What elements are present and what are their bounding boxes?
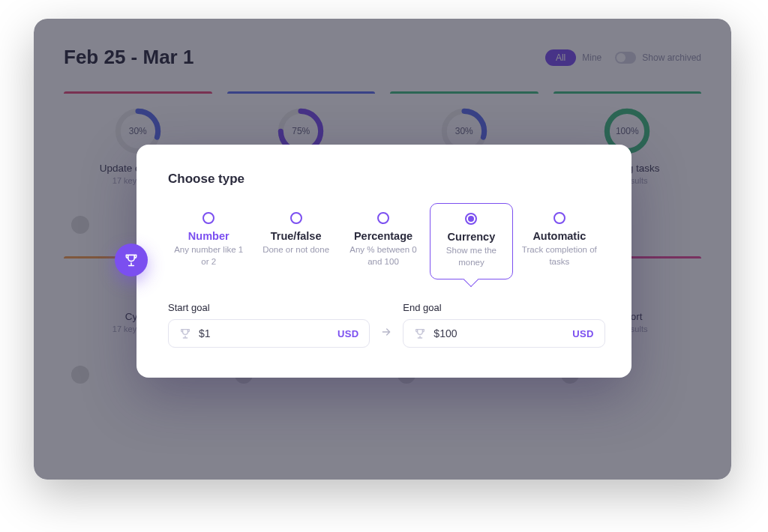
avatar (71, 216, 89, 234)
toggle-switch[interactable] (615, 52, 636, 64)
type-name: True/false (258, 230, 333, 242)
filter-segment[interactable]: All Mine (545, 49, 602, 66)
date-range: Feb 25 - Mar 1 (64, 46, 194, 69)
type-option-currency[interactable]: Currency Show me the money (430, 203, 512, 279)
header-controls: All Mine Show archived (545, 49, 701, 66)
start-goal-input[interactable]: USD (168, 319, 370, 348)
start-goal-field[interactable] (199, 327, 330, 339)
trophy-icon (414, 327, 426, 339)
avatar (71, 366, 89, 384)
end-goal-label: End goal (403, 302, 604, 313)
header: Feb 25 - Mar 1 All Mine Show archived (64, 46, 701, 69)
type-desc: Any % between 0 and 100 (346, 244, 421, 267)
type-name: Percentage (346, 230, 421, 242)
choose-type-modal: Choose type Number Any number like 1 or … (136, 145, 632, 378)
end-goal-col: End goal USD (403, 302, 604, 348)
toggle-label: Show archived (642, 52, 701, 63)
end-goal-field[interactable] (434, 327, 565, 339)
filter-all-pill[interactable]: All (545, 49, 576, 66)
radio-icon (465, 213, 477, 225)
show-archived-toggle[interactable]: Show archived (615, 52, 701, 64)
end-goal-input[interactable]: USD (403, 319, 604, 348)
type-option-percentage[interactable]: Percentage Any % between 0 and 100 (343, 203, 424, 279)
currency-unit[interactable]: USD (572, 328, 593, 339)
trophy-icon (124, 253, 139, 267)
type-name: Automatic (522, 230, 597, 242)
radio-icon (202, 212, 214, 224)
arrow-right-icon (380, 316, 392, 348)
radio-icon (377, 212, 389, 224)
currency-unit[interactable]: USD (338, 328, 358, 339)
start-goal-label: Start goal (168, 302, 370, 313)
trophy-badge (115, 244, 148, 276)
trophy-icon (179, 327, 191, 339)
type-options-row: Number Any number like 1 or 2 True/false… (168, 203, 600, 279)
filter-mine-label[interactable]: Mine (582, 52, 602, 63)
type-option-truefalse[interactable]: True/false Done or not done (255, 203, 336, 279)
type-desc: Any number like 1 or 2 (171, 244, 246, 267)
type-desc: Done or not done (258, 244, 333, 256)
type-desc: Track completion of tasks (522, 244, 597, 267)
radio-icon (554, 212, 566, 224)
type-name: Currency (434, 231, 508, 243)
radio-icon (290, 212, 302, 224)
type-desc: Show me the money (434, 245, 508, 268)
start-goal-col: Start goal USD (168, 302, 370, 348)
modal-title: Choose type (168, 172, 600, 187)
type-option-number[interactable]: Number Any number like 1 or 2 (168, 203, 249, 279)
type-name: Number (171, 230, 246, 242)
type-option-automatic[interactable]: Automatic Track completion of tasks (519, 203, 600, 279)
goals-row: Start goal USD End goal (168, 302, 600, 348)
